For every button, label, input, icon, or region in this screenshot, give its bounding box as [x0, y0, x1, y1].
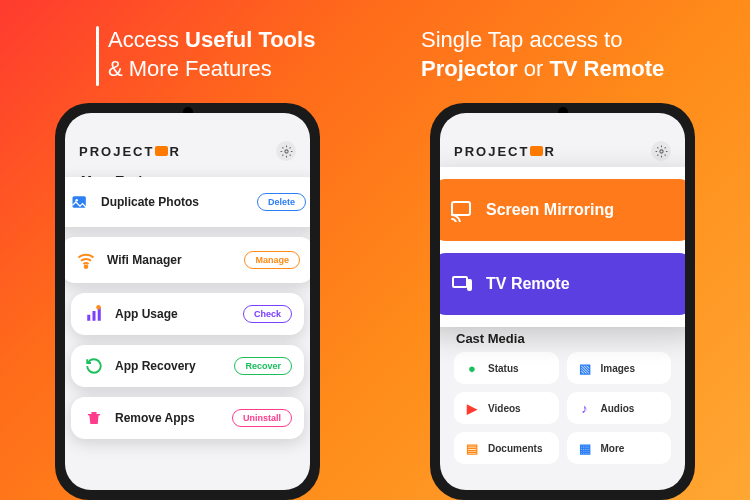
grid-status[interactable]: ●Status — [454, 352, 559, 384]
chart-icon — [83, 303, 105, 325]
phone-frame: PROJECTR More Tools Duplicate Photos Del… — [55, 103, 320, 500]
headline-text: Single Tap access to — [421, 27, 622, 52]
headline-text: & More Features — [108, 56, 272, 81]
videos-icon: ▶ — [464, 400, 480, 416]
manage-button[interactable]: Manage — [244, 251, 300, 269]
settings-button[interactable] — [651, 141, 671, 161]
recovery-icon — [83, 355, 105, 377]
phone-screen: PROJECTR Screen Mirroring TV R — [440, 113, 685, 490]
app-bar: PROJECTR — [65, 135, 310, 167]
brand-text: PROJECT — [454, 144, 529, 159]
headline-text: or — [518, 56, 550, 81]
settings-button[interactable] — [276, 141, 296, 161]
headline: Single Tap access to Projector or TV Rem… — [375, 0, 750, 83]
cast-media-grid: ●Status ▧Images ▶Videos ♪Audios ▤Documen… — [440, 346, 685, 470]
app-logo: PROJECTR — [79, 144, 181, 159]
phone-frame: PROJECTR Screen Mirroring TV R — [430, 103, 695, 500]
hero-card-group: Screen Mirroring TV Remote — [440, 167, 685, 327]
screen-mirroring-card[interactable]: Screen Mirroring — [440, 179, 685, 241]
tool-label: Duplicate Photos — [101, 195, 247, 209]
cast-icon — [448, 197, 474, 223]
audios-icon: ♪ — [577, 400, 593, 416]
grid-label: Images — [601, 363, 635, 374]
brand-text: R — [169, 144, 180, 159]
tool-duplicate-photos[interactable]: Duplicate Photos Delete — [65, 177, 310, 227]
tool-wifi-manager[interactable]: Wifi Manager Manage — [65, 237, 310, 283]
svg-rect-11 — [452, 202, 470, 215]
brand-icon — [530, 146, 543, 156]
tool-remove-apps[interactable]: Remove Apps Uninstall — [71, 397, 304, 439]
tool-label: App Usage — [115, 307, 233, 321]
headline-bold: Useful Tools — [185, 27, 315, 52]
svg-point-3 — [85, 266, 88, 269]
svg-rect-9 — [88, 414, 100, 415]
wifi-icon — [75, 249, 97, 271]
tool-app-recovery[interactable]: App Recovery Recover — [71, 345, 304, 387]
grid-label: Audios — [601, 403, 635, 414]
images-icon: ▧ — [577, 360, 593, 376]
grid-label: Documents — [488, 443, 542, 454]
grid-label: Status — [488, 363, 519, 374]
headline-bold: Projector — [421, 56, 518, 81]
svg-rect-4 — [87, 315, 90, 321]
uninstall-button[interactable]: Uninstall — [232, 409, 292, 427]
tool-label: Remove Apps — [115, 411, 222, 425]
svg-rect-12 — [453, 277, 467, 287]
gear-icon — [655, 145, 668, 158]
trash-icon — [83, 407, 105, 429]
gear-icon — [280, 145, 293, 158]
svg-rect-5 — [93, 311, 96, 321]
headline-text: Access — [108, 27, 185, 52]
tv-remote-card[interactable]: TV Remote — [440, 253, 685, 315]
brand-icon — [155, 146, 168, 156]
headline: Access Useful Tools & More Features — [0, 0, 375, 83]
hero-label: Screen Mirroring — [486, 201, 614, 219]
grid-more[interactable]: ▦More — [567, 432, 672, 464]
grid-label: More — [601, 443, 625, 454]
tool-label: Wifi Manager — [107, 253, 234, 267]
phone-screen: PROJECTR More Tools Duplicate Photos Del… — [65, 113, 310, 490]
grid-audios[interactable]: ♪Audios — [567, 392, 672, 424]
svg-rect-8 — [91, 412, 96, 414]
status-icon: ● — [464, 360, 480, 376]
delete-button[interactable]: Delete — [257, 193, 306, 211]
recover-button[interactable]: Recover — [234, 357, 292, 375]
promo-panel-remote: Single Tap access to Projector or TV Rem… — [375, 0, 750, 500]
grid-documents[interactable]: ▤Documents — [454, 432, 559, 464]
hero-label: TV Remote — [486, 275, 570, 293]
promo-panel-tools: Access Useful Tools & More Features PROJ… — [0, 0, 375, 500]
remote-icon — [448, 271, 474, 297]
svg-rect-13 — [468, 280, 471, 290]
tool-label: App Recovery — [115, 359, 224, 373]
svg-point-0 — [284, 150, 287, 153]
headline-bold: TV Remote — [549, 56, 664, 81]
svg-point-7 — [96, 305, 101, 310]
tools-list: Duplicate Photos Delete Wifi Manager Man… — [65, 177, 310, 449]
accent-bar — [96, 26, 99, 86]
tool-app-usage[interactable]: App Usage Check — [71, 293, 304, 335]
documents-icon: ▤ — [464, 440, 480, 456]
check-button[interactable]: Check — [243, 305, 292, 323]
brand-text: PROJECT — [79, 144, 154, 159]
app-bar: PROJECTR — [440, 135, 685, 167]
grid-videos[interactable]: ▶Videos — [454, 392, 559, 424]
grid-label: Videos — [488, 403, 521, 414]
svg-point-10 — [659, 150, 662, 153]
app-logo: PROJECTR — [454, 144, 556, 159]
grid-images[interactable]: ▧Images — [567, 352, 672, 384]
more-icon: ▦ — [577, 440, 593, 456]
photos-icon — [69, 191, 91, 213]
brand-text: R — [544, 144, 555, 159]
